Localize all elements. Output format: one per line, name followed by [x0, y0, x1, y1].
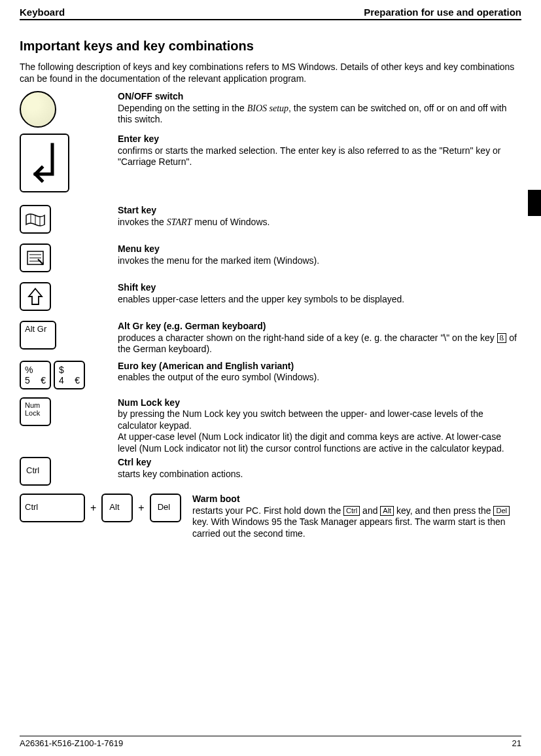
header-right: Preparation for use and operation [364, 7, 521, 18]
row-numlock: Num Lock Num Lock key by pressing the Nu… [20, 397, 521, 455]
ctrl-title: Ctrl key [118, 457, 521, 469]
five-percent-euro-key-icon: % 5 € [20, 361, 51, 389]
row-shift: Shift key enables upper-case letters and… [20, 282, 521, 312]
numlock-key-icon: Num Lock [20, 397, 51, 426]
row-altgr: Alt Gr Alt Gr key (e.g. German keyboard)… [20, 321, 521, 355]
euro-icon: € [75, 375, 80, 386]
warmboot-body: restarts your PC. First hold down the Ct… [192, 505, 510, 539]
euro-title: Euro key (American and English variant) [118, 361, 521, 372]
warmboot-title: Warm boot [192, 494, 521, 505]
shift-title: Shift key [118, 282, 521, 294]
enter-body: confirms or starts the marked selection.… [118, 145, 500, 168]
ctrl-key-icon: Ctrl [20, 494, 85, 522]
enter-key-icon [20, 134, 69, 192]
row-onoff: ON/OFF switch Depending on the setting i… [20, 91, 521, 130]
shift-key-icon [20, 282, 51, 311]
four-dollar-euro-key-icon: $ 4 € [54, 361, 85, 389]
numlock-body: by pressing the Num Lock key you switch … [118, 408, 504, 454]
euro-body: enables the output of the euro symbol (W… [118, 372, 319, 382]
del-inline-icon: Del [493, 506, 510, 516]
start-title: Start key [118, 205, 521, 217]
altgr-body: produces a character shown on the right-… [118, 333, 517, 355]
ctrl-body: starts key combination actions. [118, 469, 243, 479]
menu-key-icon [20, 243, 51, 272]
windows-key-icon [20, 205, 51, 234]
power-button-icon [20, 91, 56, 128]
row-start: Start key invokes the START menu of Wind… [20, 205, 521, 234]
menu-title: Menu key [118, 243, 521, 255]
alt-inline-icon: Alt [380, 506, 394, 516]
ctrl-key-icon: Ctrl [20, 457, 51, 486]
plus-icon: + [138, 502, 144, 514]
row-menu: Menu key invokes the menu for the marked… [20, 243, 521, 273]
page-footer: A26361-K516-Z100-1-7619 21 [20, 736, 521, 748]
euro-icon: € [41, 375, 46, 386]
plus-icon: + [90, 502, 96, 514]
menu-body: invokes the menu for the marked item (Wi… [118, 255, 319, 266]
del-key-icon: Del [150, 494, 181, 522]
onoff-body: Depending on the setting in the BIOS set… [118, 103, 506, 125]
alt-key-icon: Alt [101, 494, 133, 522]
footer-pagenum: 21 [512, 738, 521, 748]
page-header: Keyboard Preparation for use and operati… [20, 7, 521, 20]
row-warmboot: Ctrl + Alt + Del Warm boot restarts your… [20, 494, 521, 539]
ctrl-inline-icon: Ctrl [343, 506, 360, 516]
enter-title: Enter key [118, 134, 521, 145]
start-body: invokes the START menu of Windows. [118, 217, 270, 227]
onoff-title: ON/OFF switch [118, 91, 521, 103]
page: Keyboard Preparation for use and operati… [0, 0, 541, 756]
heading-main: Important keys and key combinations [20, 39, 521, 54]
numlock-title: Num Lock key [118, 397, 521, 409]
row-ctrl: Ctrl Ctrl key starts key combination act… [20, 457, 521, 486]
altgr-title: Alt Gr key (e.g. German keyboard) [118, 321, 521, 333]
altgr-key-icon: Alt Gr [20, 321, 56, 350]
header-left: Keyboard [20, 7, 65, 18]
footer-docnum: A26361-K516-Z100-1-7619 [20, 738, 123, 748]
ctrl-alt-del-combo: Ctrl + Alt + Del [20, 494, 192, 522]
eszett-key-icon: ß [497, 333, 507, 343]
sidebar-thumb-mark [528, 190, 541, 216]
row-enter: Enter key confirms or starts the marked … [20, 134, 521, 193]
intro-paragraph: The following description of keys and ke… [20, 62, 521, 84]
row-euro: % 5 € $ 4 € Euro key (American and Engli… [20, 361, 521, 389]
shift-body: enables upper-case letters and the upper… [118, 294, 404, 304]
